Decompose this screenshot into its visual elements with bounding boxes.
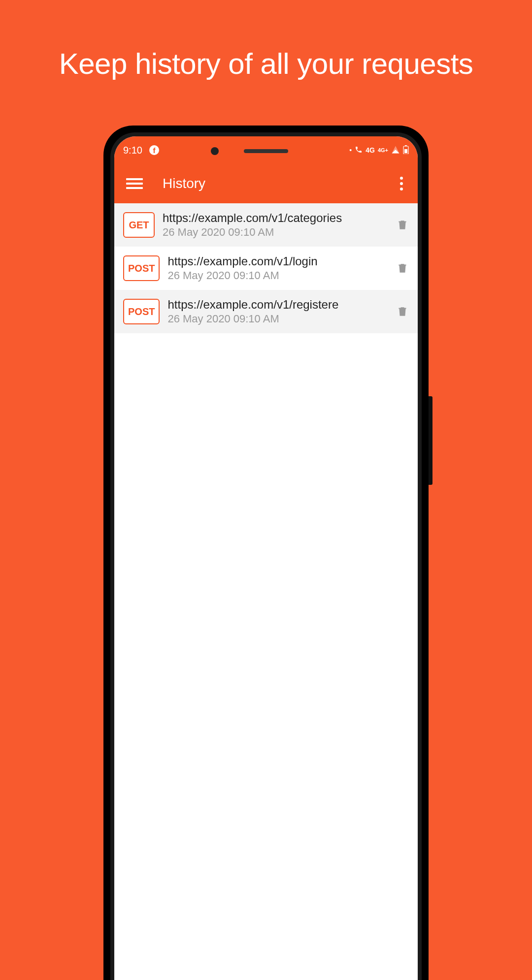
delete-icon[interactable]: [396, 219, 409, 231]
request-date: 26 May 2020 09:10 AM: [163, 226, 388, 239]
history-item[interactable]: GET https://example.com/v1/categories 26…: [114, 203, 418, 247]
app-bar-title: History: [163, 176, 397, 191]
method-badge: GET: [123, 212, 155, 238]
delete-icon[interactable]: [396, 305, 409, 318]
phone-frame: 9:10 f • 4G 4G+: [103, 126, 429, 980]
request-url: https://example.com/v1/registere: [167, 298, 388, 312]
phone-screen: 9:10 f • 4G 4G+: [114, 136, 418, 980]
phone-call-icon: [355, 146, 363, 155]
network-4g-plus-label: 4G+: [378, 147, 388, 153]
history-item[interactable]: POST https://example.com/v1/registere 26…: [114, 290, 418, 333]
more-options-icon[interactable]: [397, 174, 406, 193]
signal-icon: [391, 145, 400, 156]
method-badge: POST: [123, 299, 160, 324]
request-date: 26 May 2020 09:10 AM: [167, 269, 388, 282]
history-item[interactable]: POST https://example.com/v1/login 26 May…: [114, 247, 418, 290]
phone-camera: [211, 147, 219, 155]
network-4g-label: 4G: [366, 146, 375, 154]
svg-rect-2: [404, 149, 407, 153]
menu-icon[interactable]: [126, 178, 143, 189]
facebook-icon: f: [149, 145, 159, 155]
status-dot-icon: •: [349, 146, 352, 154]
delete-icon[interactable]: [396, 262, 409, 275]
request-date: 26 May 2020 09:10 AM: [167, 313, 388, 325]
app-bar: History: [114, 164, 418, 203]
svg-rect-1: [405, 145, 407, 146]
phone-speaker: [244, 149, 288, 153]
request-url: https://example.com/v1/login: [167, 254, 388, 268]
phone-power-button: [429, 283, 432, 327]
history-list: GET https://example.com/v1/categories 26…: [114, 203, 418, 980]
promo-headline: Keep history of all your requests: [0, 0, 532, 81]
battery-icon: [403, 145, 409, 156]
method-badge: POST: [123, 255, 160, 281]
request-url: https://example.com/v1/categories: [163, 211, 388, 225]
status-time: 9:10: [123, 145, 142, 156]
phone-volume-button: [429, 396, 432, 485]
